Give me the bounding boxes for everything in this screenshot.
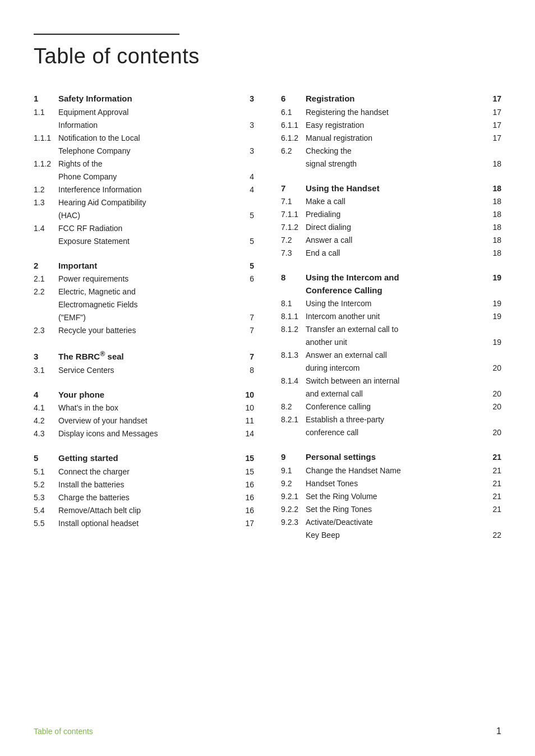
toc-section: 9Personal settings219.1Change the Handse… bbox=[281, 451, 501, 541]
toc-row: 7.1Make a call18 bbox=[281, 196, 501, 208]
toc-item-num: 2.2 bbox=[34, 286, 58, 298]
toc-item-label: Power requirements bbox=[58, 273, 238, 285]
toc-item-num: 5.2 bbox=[34, 479, 58, 491]
toc-item-label: Electric, Magnetic and bbox=[58, 286, 238, 298]
toc-item-label: FCC RF Radiation bbox=[58, 223, 238, 234]
toc-section-page: 3 bbox=[238, 93, 254, 105]
toc-item-num: 9.2.3 bbox=[281, 517, 306, 528]
toc-row: 8.2Conference calling20 bbox=[281, 401, 501, 413]
toc-item-label: Phone Company bbox=[58, 171, 238, 183]
toc-row: 1.3Hearing Aid Compatibility bbox=[34, 197, 254, 209]
toc-item-page: 17 bbox=[486, 132, 501, 144]
toc-section: 8Using the Intercom andConference Callin… bbox=[281, 271, 501, 439]
toc-item-num: 6.2 bbox=[281, 145, 306, 157]
toc-section-num: 6 bbox=[281, 93, 306, 105]
toc-section-page: 10 bbox=[238, 389, 254, 401]
toc-section-label: Safety Information bbox=[58, 93, 238, 105]
toc-row: ("EMF")7 bbox=[34, 312, 254, 324]
toc-item-page: 16 bbox=[238, 492, 254, 504]
toc-item-label: Change the Handset Name bbox=[306, 465, 486, 477]
toc-section-label: Personal settings bbox=[306, 451, 486, 464]
toc-row: 7.1.1Predialing18 bbox=[281, 209, 501, 220]
toc-section-num: 1 bbox=[34, 93, 58, 105]
toc-item-label: Install the batteries bbox=[58, 479, 238, 491]
toc-item-label: Key Beep bbox=[306, 529, 486, 541]
toc-row: 5.1Connect the charger15 bbox=[34, 466, 254, 478]
toc-item-label: Set the Ring Volume bbox=[306, 491, 486, 503]
toc-row: 6.1.1Easy registration17 bbox=[281, 119, 501, 131]
toc-item-num: 8.2 bbox=[281, 401, 306, 413]
toc-section-num: 8 bbox=[281, 271, 306, 284]
toc-item-label: Recycle your batteries bbox=[58, 325, 238, 336]
toc-section: 7Using the Handset187.1Make a call187.1.… bbox=[281, 182, 501, 260]
toc-row: signal strength18 bbox=[281, 158, 501, 170]
toc-row: Phone Company4 bbox=[34, 171, 254, 183]
toc-section-page: 18 bbox=[486, 183, 501, 195]
toc-item-label: and external call bbox=[306, 388, 486, 400]
toc-row: 4.3Display icons and Messages14 bbox=[34, 428, 254, 440]
toc-row: 6.1.2Manual registration17 bbox=[281, 132, 501, 144]
toc-item-label: Set the Ring Tones bbox=[306, 504, 486, 515]
toc-row: 5.3Charge the batteries16 bbox=[34, 492, 254, 504]
toc-item-label: signal strength bbox=[306, 158, 486, 170]
toc-row: 3The RBRC® seal7 bbox=[34, 349, 254, 363]
toc-row: 2.3Recycle your batteries7 bbox=[34, 325, 254, 336]
toc-item-page: 15 bbox=[238, 466, 254, 478]
toc-item-label: Intercom another unit bbox=[306, 311, 486, 322]
toc-section: 3The RBRC® seal73.1Service Centers8 bbox=[34, 349, 254, 376]
toc-item-page: 17 bbox=[486, 107, 501, 118]
toc-row: 8.1.3Answer an external call bbox=[281, 349, 501, 361]
toc-row: 6Registration17 bbox=[281, 93, 501, 105]
toc-section-num: 5 bbox=[34, 452, 58, 465]
toc-item-page: 21 bbox=[486, 504, 501, 515]
toc-item-label: Answer an external call bbox=[306, 349, 486, 361]
toc-section: 1Safety Information31.1Equipment Approva… bbox=[34, 93, 254, 247]
toc-row: 8.1Using the Intercom19 bbox=[281, 298, 501, 310]
toc-item-page: 3 bbox=[238, 145, 254, 157]
toc-item-label: What's in the box bbox=[58, 402, 238, 414]
toc-item-label: Using the Intercom bbox=[306, 298, 486, 310]
toc-row: 7Using the Handset18 bbox=[281, 182, 501, 195]
toc-item-label: Switch between an internal bbox=[306, 375, 486, 387]
toc-item-num: 4.3 bbox=[34, 428, 58, 440]
toc-section-page: 7 bbox=[238, 351, 254, 363]
toc-row: 2.1Power requirements6 bbox=[34, 273, 254, 285]
toc-item-num: 3.1 bbox=[34, 365, 58, 376]
toc-item-page: 19 bbox=[486, 311, 501, 322]
toc-item-num: 8.1.3 bbox=[281, 349, 306, 361]
toc-item-num: 7.2 bbox=[281, 234, 306, 246]
toc-item-num: 7.1.2 bbox=[281, 222, 306, 233]
toc-item-label: Equipment Approval bbox=[58, 107, 238, 118]
footer-label: Table of contents bbox=[34, 726, 93, 737]
toc-item-label: Answer a call bbox=[306, 234, 486, 246]
toc-item-num: 1.3 bbox=[34, 197, 58, 209]
toc-item-page: 7 bbox=[238, 312, 254, 324]
toc-item-page: 20 bbox=[486, 401, 501, 413]
toc-item-page: 21 bbox=[486, 491, 501, 503]
toc-item-num: 8.1 bbox=[281, 298, 306, 310]
toc-item-page: 20 bbox=[486, 427, 501, 439]
toc-item-label: Electromagnetic Fields bbox=[58, 299, 238, 311]
toc-item-num: 6.1 bbox=[281, 107, 306, 118]
toc-item-page: 18 bbox=[486, 196, 501, 208]
toc-row: Electromagnetic Fields bbox=[34, 299, 254, 311]
toc-row: 5.4Remove/Attach belt clip16 bbox=[34, 505, 254, 517]
toc-item-page: 16 bbox=[238, 505, 254, 517]
toc-row: 1.4FCC RF Radiation bbox=[34, 223, 254, 234]
toc-item-num: 1.4 bbox=[34, 223, 58, 234]
toc-section-label: Using the Handset bbox=[306, 182, 486, 195]
toc-item-page: 16 bbox=[238, 479, 254, 491]
toc-item-page: 6 bbox=[238, 273, 254, 285]
toc-item-label: Overview of your handset bbox=[58, 415, 238, 427]
toc-item-page: 4 bbox=[238, 171, 254, 183]
toc-row: 5Getting started15 bbox=[34, 452, 254, 465]
toc-section: 4Your phone104.1What's in the box104.2Ov… bbox=[34, 389, 254, 440]
toc-item-num: 5.5 bbox=[34, 518, 58, 529]
toc-item-page: 20 bbox=[486, 388, 501, 400]
toc-row: 9.2.2Set the Ring Tones21 bbox=[281, 504, 501, 515]
toc-item-label: Display icons and Messages bbox=[58, 428, 238, 440]
toc-item-label: Install optional headset bbox=[58, 518, 238, 529]
top-rule bbox=[34, 34, 179, 35]
toc-row: Telephone Company3 bbox=[34, 145, 254, 157]
toc-section-label: Important bbox=[58, 260, 238, 273]
